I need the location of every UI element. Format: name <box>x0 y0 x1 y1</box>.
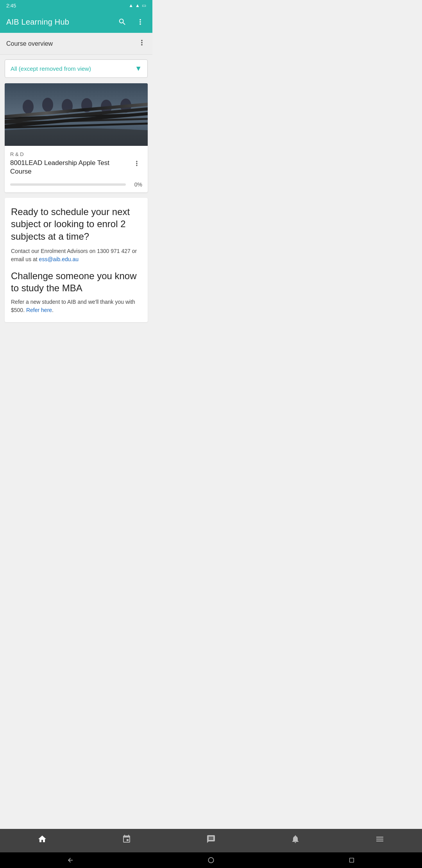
app-bar-title: AIB Learning Hub <box>6 18 69 27</box>
promo-text-2: Refer a new student to AIB and we'll tha… <box>11 298 141 314</box>
promo-heading-2: Challenge someone you know to study the … <box>11 270 141 294</box>
status-icons: ▲ ▲ ▭ <box>129 3 146 8</box>
svg-point-6 <box>120 99 131 113</box>
app-bar: AIB Learning Hub <box>0 11 152 33</box>
progress-percent: 0% <box>130 181 142 188</box>
promo-section: Ready to schedule your next subject or l… <box>5 198 148 322</box>
dropdown-arrow-icon: ▼ <box>135 65 142 73</box>
course-image-illustration <box>5 83 148 146</box>
status-time: 2:45 <box>6 3 16 9</box>
signal-icon: ▲ <box>135 3 140 8</box>
svg-point-5 <box>101 100 112 114</box>
progress-bar-background <box>10 183 126 186</box>
filter-dropdown[interactable]: All (except removed from view) ▼ <box>5 59 148 78</box>
course-title-row: 8001LEAD Leadership Apple Test Course <box>10 159 142 176</box>
main-scroll-container[interactable]: All (except removed from view) ▼ <box>0 55 152 371</box>
section-header-title: Course overview <box>6 40 53 47</box>
app-bar-actions <box>116 16 146 28</box>
section-more-button[interactable] <box>138 38 146 49</box>
more-vert-icon-section <box>138 38 146 47</box>
svg-point-1 <box>23 100 34 114</box>
progress-row: 0% <box>10 181 142 188</box>
search-icon <box>118 18 127 26</box>
course-card-body: R & D 8001LEAD Leadership Apple Test Cou… <box>5 146 148 192</box>
search-button[interactable] <box>116 16 128 28</box>
course-category: R & D <box>10 151 142 157</box>
more-vert-icon-course <box>133 160 141 167</box>
battery-icon: ▭ <box>142 3 146 8</box>
course-card[interactable]: R & D 8001LEAD Leadership Apple Test Cou… <box>5 83 148 192</box>
promo-text-2-period: . <box>52 307 54 313</box>
overflow-menu-button[interactable] <box>134 16 146 28</box>
svg-point-2 <box>42 98 53 112</box>
promo-heading-1: Ready to schedule your next subject or l… <box>11 206 141 242</box>
refer-here-link[interactable]: Refer here <box>26 307 52 313</box>
svg-point-3 <box>62 99 73 113</box>
course-menu-button[interactable] <box>131 159 142 168</box>
svg-point-4 <box>81 98 92 112</box>
more-vert-icon <box>136 18 145 26</box>
main-content: All (except removed from view) ▼ <box>0 55 152 332</box>
status-bar: 2:45 ▲ ▲ ▭ <box>0 0 152 11</box>
course-card-image <box>5 83 148 146</box>
course-title[interactable]: 8001LEAD Leadership Apple Test Course <box>10 159 131 176</box>
promo-email-link[interactable]: ess@aib.edu.au <box>39 256 79 262</box>
section-header: Course overview <box>0 33 152 55</box>
wifi-icon: ▲ <box>129 3 133 8</box>
filter-label: All (except removed from view) <box>11 65 91 72</box>
promo-text-1: Contact our Enrolment Advisors on 1300 9… <box>11 247 141 264</box>
